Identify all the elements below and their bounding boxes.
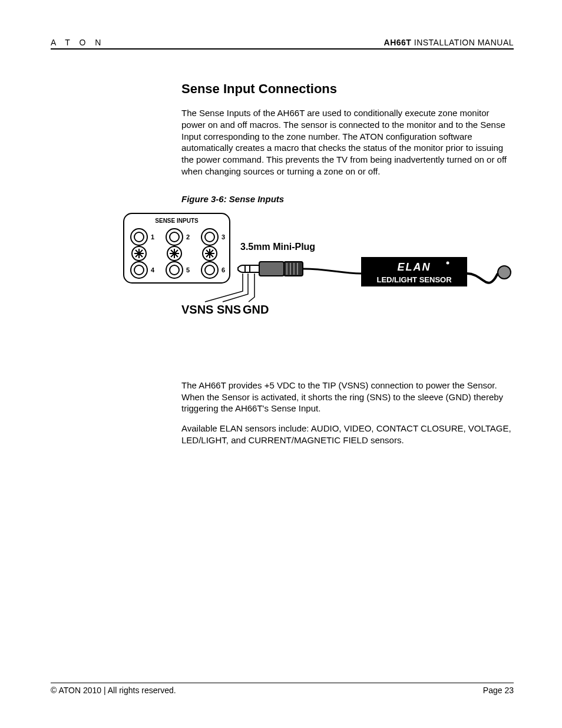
pin-label-sns: SNS xyxy=(217,303,241,316)
svg-text:1: 1 xyxy=(151,233,154,241)
figure-caption: Figure 3-6: Sense Inputs xyxy=(181,194,511,204)
page-footer: © ATON 2010 | All rights reserved. Page … xyxy=(51,683,514,695)
svg-rect-23 xyxy=(259,262,284,276)
footer-page-number: Page 23 xyxy=(483,686,514,695)
plug-label: 3.5mm Mini-Plug xyxy=(240,242,315,252)
svg-text:LED/LIGHT SENSOR: LED/LIGHT SENSOR xyxy=(376,275,452,284)
svg-rect-21 xyxy=(245,265,250,272)
page: A T O N AH66T INSTALLATION MANUAL Sense … xyxy=(51,38,514,686)
pin-label-vsns: VSNS xyxy=(181,303,213,316)
sense-inputs-diagram: SENSE INPUTS 1 2 3 xyxy=(123,209,523,332)
svg-point-4 xyxy=(170,232,179,242)
elan-sensor-icon: ELAN LED/LIGHT SENSOR xyxy=(361,257,467,286)
svg-text:5: 5 xyxy=(186,266,190,274)
paragraph-vdc: The AH66T provides +5 VDC to the TIP (VS… xyxy=(181,380,511,414)
cable-left xyxy=(303,269,361,274)
svg-text:3: 3 xyxy=(222,233,225,241)
svg-point-16 xyxy=(170,265,179,275)
cable-right xyxy=(467,272,500,283)
content-column-lower: The AH66T provides +5 VDC to the TIP (VS… xyxy=(181,380,511,446)
section-title: Sense Input Connections xyxy=(181,81,511,97)
svg-point-19 xyxy=(205,265,214,275)
svg-point-31 xyxy=(447,261,449,264)
pin-label-gnd: GND xyxy=(243,303,269,316)
svg-text:2: 2 xyxy=(186,233,190,241)
jack-decor-1 xyxy=(132,246,146,261)
footer-copyright: © ATON 2010 | All rights reserved. xyxy=(51,686,176,695)
svg-point-13 xyxy=(134,265,144,275)
panel-label: SENSE INPUTS xyxy=(155,218,199,224)
figure: SENSE INPUTS 1 2 3 xyxy=(123,209,523,332)
svg-text:ELAN: ELAN xyxy=(398,261,431,273)
svg-text:6: 6 xyxy=(222,266,225,274)
header-doc: AH66T INSTALLATION MANUAL xyxy=(384,38,514,47)
svg-rect-22 xyxy=(250,265,259,272)
svg-point-7 xyxy=(205,232,214,242)
header-doc-title: INSTALLATION MANUAL xyxy=(411,38,514,47)
header-brand: A T O N xyxy=(51,38,104,47)
header-doc-code: AH66T xyxy=(384,38,412,47)
sensor-head-icon xyxy=(498,266,511,279)
paragraph-sensors: Available ELAN sensors include: AUDIO, V… xyxy=(181,423,511,446)
content-column: Sense Input Connections The Sense Inputs… xyxy=(181,81,511,204)
svg-text:4: 4 xyxy=(151,266,155,274)
jack-decor-2 xyxy=(167,246,181,261)
page-header: A T O N AH66T INSTALLATION MANUAL xyxy=(51,38,514,50)
paragraph-intro: The Sense Inputs of the AH66T are used t… xyxy=(181,107,511,177)
jack-decor-3 xyxy=(203,246,217,261)
svg-point-1 xyxy=(134,232,144,242)
